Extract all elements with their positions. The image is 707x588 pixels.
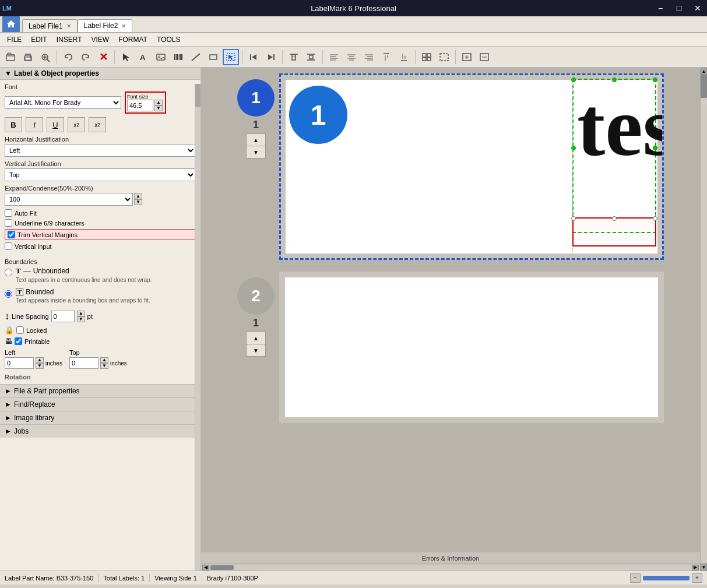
group-button[interactable] bbox=[418, 49, 435, 65]
vertical-input-checkbox[interactable] bbox=[5, 242, 12, 250]
undo-button[interactable] bbox=[60, 49, 76, 65]
italic-button[interactable]: I bbox=[26, 117, 43, 132]
h-scroll-left[interactable]: ◀ bbox=[202, 565, 209, 571]
zoom-in-button[interactable] bbox=[476, 49, 493, 65]
sel-handle-tl[interactable] bbox=[571, 216, 576, 221]
v-scroll-track[interactable] bbox=[701, 75, 707, 564]
menu-edit[interactable]: EDIT bbox=[26, 34, 51, 45]
underline-button[interactable]: U bbox=[47, 117, 64, 132]
line-button[interactable] bbox=[188, 49, 204, 65]
file-part-properties-panel[interactable]: ► File & Part properties bbox=[0, 384, 201, 397]
valign-top-button[interactable] bbox=[378, 49, 395, 65]
valign-bottom-button[interactable] bbox=[396, 49, 412, 65]
sel-handle-tm[interactable] bbox=[612, 216, 617, 221]
font-size-down[interactable]: ▼ bbox=[154, 105, 163, 111]
left-pos-down[interactable]: ▼ bbox=[36, 363, 44, 369]
font-size-up[interactable]: ▲ bbox=[154, 100, 163, 105]
horiz-just-select[interactable]: Left Center Right bbox=[5, 144, 196, 157]
top-pos-input[interactable] bbox=[69, 357, 99, 369]
tab-close-2[interactable]: ✕ bbox=[121, 23, 126, 29]
label2-up[interactable]: ▲ bbox=[247, 332, 265, 344]
line-spacing-down[interactable]: ▼ bbox=[77, 316, 85, 322]
zoom-slider[interactable] bbox=[643, 576, 690, 580]
menu-tools[interactable]: TOOLS bbox=[152, 34, 185, 45]
menu-file[interactable]: FILE bbox=[2, 34, 26, 45]
font-size-input[interactable] bbox=[127, 100, 153, 111]
label2-canvas[interactable] bbox=[279, 272, 664, 423]
find-replace-panel[interactable]: ► Find/Replace bbox=[0, 397, 201, 411]
label1-down[interactable]: ▼ bbox=[247, 146, 265, 158]
v-scroll-up[interactable]: ▲ bbox=[701, 68, 707, 75]
underline-69-checkbox[interactable] bbox=[5, 219, 12, 227]
canvas-scroll[interactable]: 1 1 ▲ ▼ 1 bbox=[201, 68, 700, 552]
line-spacing-up[interactable]: ▲ bbox=[77, 311, 85, 316]
label1-canvas[interactable]: 1 test bbox=[279, 73, 664, 260]
barcode-button[interactable] bbox=[170, 49, 187, 65]
top-pos-up[interactable]: ▲ bbox=[100, 357, 108, 363]
jobs-panel[interactable]: ► Jobs bbox=[0, 424, 201, 438]
print-button[interactable] bbox=[20, 49, 36, 65]
properties-panel-header[interactable]: ▼ Label & Object properties bbox=[0, 68, 201, 80]
bold-button[interactable]: B bbox=[5, 117, 22, 132]
expand-select[interactable]: 100 bbox=[5, 193, 133, 206]
zoom-in-status-button[interactable]: + bbox=[692, 573, 702, 583]
minimize-button[interactable]: − bbox=[651, 0, 670, 16]
line-spacing-input[interactable] bbox=[51, 311, 75, 322]
zoom-out-button[interactable]: − bbox=[630, 573, 641, 583]
image-button[interactable] bbox=[153, 49, 169, 65]
text-selection-box[interactable] bbox=[572, 217, 656, 247]
text-button[interactable]: A bbox=[135, 49, 152, 65]
label2-down[interactable]: ▼ bbox=[247, 344, 265, 356]
expand-up[interactable]: ▲ bbox=[134, 193, 142, 199]
delete-button[interactable]: ✕ bbox=[95, 49, 111, 65]
zoom-fit-button[interactable] bbox=[459, 49, 475, 65]
unbounded-radio[interactable] bbox=[5, 269, 12, 276]
menu-format[interactable]: FORMAT bbox=[114, 34, 152, 45]
move-prev-button[interactable] bbox=[245, 49, 262, 65]
expand-down[interactable]: ▼ bbox=[134, 199, 142, 205]
menu-insert[interactable]: INSERT bbox=[52, 34, 87, 45]
h-scroll-thumb[interactable] bbox=[210, 565, 234, 570]
locked-checkbox[interactable] bbox=[16, 326, 24, 334]
align-center-button[interactable] bbox=[343, 49, 360, 65]
font-select[interactable]: Arial Alt. Mono For Brady bbox=[5, 96, 121, 109]
maximize-button[interactable]: □ bbox=[670, 0, 688, 16]
trim-vertical-checkbox[interactable] bbox=[8, 231, 15, 238]
menu-view[interactable]: VIEW bbox=[86, 34, 114, 45]
sel-handle-tr[interactable] bbox=[653, 216, 657, 221]
move-next-button[interactable] bbox=[263, 49, 279, 65]
ungroup-button[interactable] bbox=[436, 49, 452, 65]
h-scroll-right[interactable]: ▶ bbox=[692, 565, 699, 571]
tab-label-file2[interactable]: Label File2 ✕ bbox=[78, 19, 133, 32]
redo-button[interactable] bbox=[78, 49, 94, 65]
h-scroll-track[interactable] bbox=[210, 565, 691, 570]
select-button[interactable] bbox=[118, 49, 134, 65]
left-pos-input[interactable] bbox=[5, 357, 34, 369]
align-right-button[interactable] bbox=[361, 49, 377, 65]
h-scroll-bar[interactable]: ◀ ▶ bbox=[201, 564, 700, 571]
close-button[interactable]: ✕ bbox=[688, 0, 707, 16]
subscript-button[interactable]: x2 bbox=[89, 117, 106, 132]
tab-close-1[interactable]: ✕ bbox=[66, 23, 71, 29]
label1-up[interactable]: ▲ bbox=[247, 134, 265, 146]
superscript-button[interactable]: x2 bbox=[68, 117, 85, 132]
bounded-radio[interactable] bbox=[5, 290, 12, 298]
printable-checkbox[interactable] bbox=[15, 337, 22, 345]
label1-badge[interactable]: 1 bbox=[237, 79, 275, 117]
text-object-test[interactable]: test bbox=[577, 87, 653, 212]
v-scroll-bar[interactable]: ▲ ▼ bbox=[700, 68, 707, 571]
select2-button[interactable] bbox=[223, 49, 239, 65]
label2-badge[interactable]: 2 bbox=[237, 277, 275, 315]
left-pos-up[interactable]: ▲ bbox=[36, 357, 44, 363]
align-left-button[interactable] bbox=[326, 49, 342, 65]
tab-label-file1[interactable]: Label File1 ✕ bbox=[22, 19, 78, 32]
text-spread-button[interactable] bbox=[303, 49, 319, 65]
open-button[interactable] bbox=[2, 49, 19, 65]
top-pos-down[interactable]: ▼ bbox=[100, 363, 108, 369]
vert-just-select[interactable]: Top Middle Bottom bbox=[5, 168, 196, 181]
rect-button[interactable] bbox=[205, 49, 221, 65]
v-scroll-thumb[interactable] bbox=[701, 75, 707, 98]
home-button[interactable] bbox=[2, 16, 20, 32]
image-library-panel[interactable]: ► Image library bbox=[0, 411, 201, 424]
text-align-top-button[interactable]: T bbox=[286, 49, 302, 65]
